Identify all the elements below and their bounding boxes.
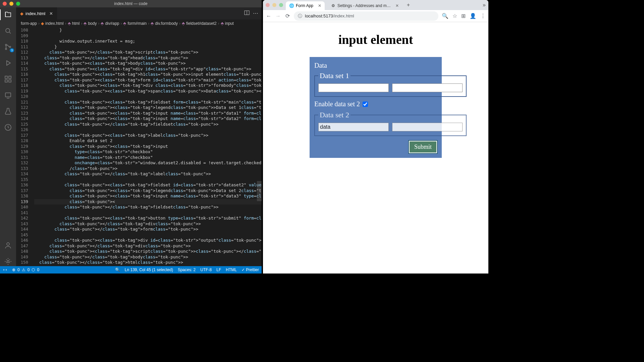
remote-icon[interactable] xyxy=(3,90,13,100)
input-data3[interactable] xyxy=(318,123,389,131)
problems-indicator[interactable]: ⊗0 ⚠0 ⬡0 xyxy=(12,267,39,272)
browser-toolbar: ← → ⟳ ⓘ localhost:5173/index.html 🔍 ☆ ⊞ … xyxy=(263,10,488,22)
html-file-icon: ◆ xyxy=(41,21,44,26)
svg-point-1 xyxy=(5,44,7,46)
site-info-icon[interactable]: ⓘ xyxy=(298,13,302,19)
breadcrumb[interactable]: form-app› ◆index.html› ⬘html› ⬘body› ⬘di… xyxy=(16,19,262,27)
status-language[interactable]: HTML xyxy=(226,267,237,272)
settings-gear-icon[interactable] xyxy=(3,257,13,266)
activity-bar: 3 xyxy=(0,7,16,266)
tab-close-icon[interactable]: ✕ xyxy=(318,3,321,8)
tab-index-html[interactable]: ◆ index.html ✕ xyxy=(16,7,57,19)
input-data1[interactable] xyxy=(318,83,389,92)
line-number-gutter: 1081091101111121131141151161171181191201… xyxy=(16,27,34,266)
status-encoding[interactable]: UTF-8 xyxy=(200,267,212,272)
form-body: Data Data set 1 Enable data set 2 Data s… xyxy=(310,57,442,158)
search-icon[interactable] xyxy=(3,26,13,36)
svg-rect-4 xyxy=(5,76,7,78)
mac-traffic-lights xyxy=(3,2,20,6)
address-bar[interactable]: ⓘ localhost:5173/index.html xyxy=(294,11,438,21)
status-formatter[interactable]: ✓ Prettier xyxy=(241,267,259,272)
more-actions-icon[interactable]: ⋯ xyxy=(253,10,258,17)
editor-area: ◆ index.html ✕ ⋯ form-app› ◆index.html› … xyxy=(16,7,262,266)
minimize-window-icon[interactable] xyxy=(9,2,13,6)
svg-point-0 xyxy=(6,28,10,33)
timeline-icon[interactable] xyxy=(3,123,13,132)
page-content: input element Data Data set 1 Enable dat… xyxy=(263,22,488,274)
svg-rect-5 xyxy=(9,76,11,78)
window-title: index.html — code xyxy=(114,1,147,6)
accounts-icon[interactable] xyxy=(3,241,13,250)
fieldset-dataset1: Data set 1 xyxy=(314,71,467,97)
input-data4[interactable] xyxy=(392,123,463,131)
explorer-icon[interactable] xyxy=(3,10,13,19)
new-tab-button[interactable]: + xyxy=(405,2,412,8)
back-button[interactable]: ← xyxy=(266,13,272,19)
close-window-icon[interactable] xyxy=(266,3,270,7)
status-eol[interactable]: LF xyxy=(216,267,221,272)
extensions-icon[interactable] xyxy=(3,74,13,84)
svg-point-3 xyxy=(9,46,11,48)
mac-traffic-lights xyxy=(266,3,283,7)
maximize-window-icon[interactable] xyxy=(279,3,283,7)
enable-dataset2-label[interactable]: Enable data set 2 xyxy=(314,100,437,108)
browser-tab-settings[interactable]: ⚙ Settings - Addresses and m… ✕ xyxy=(327,1,402,10)
tab-close-icon[interactable]: ✕ xyxy=(49,11,53,16)
browser-window: 🌐 Form App ✕ ⚙ Settings - Addresses and … xyxy=(263,0,488,274)
status-bar: ⊗0 ⚠0 ⬡0 🔍 Ln 139, Col 45 (1 selected) S… xyxy=(0,266,262,274)
close-window-icon[interactable] xyxy=(3,2,7,6)
html-file-icon: ◆ xyxy=(20,11,23,16)
menu-icon[interactable]: ⋮ xyxy=(480,13,486,19)
reload-button[interactable]: ⟳ xyxy=(284,13,290,19)
status-cursor[interactable]: Ln 139, Col 45 (1 selected) xyxy=(125,267,173,272)
data-label: Data xyxy=(314,62,437,69)
editor-tabs: ◆ index.html ✕ ⋯ xyxy=(16,7,262,19)
scm-badge: 3 xyxy=(10,48,14,52)
svg-rect-6 xyxy=(5,80,7,82)
remote-indicator[interactable] xyxy=(3,267,7,272)
profile-avatar-icon[interactable]: 👤 xyxy=(470,13,476,19)
fieldset-legend: Data set 1 xyxy=(318,71,351,80)
vscode-window: index.html — code 3 ◆ index.html ✕ xyxy=(0,0,262,274)
tab-close-icon[interactable]: ✕ xyxy=(395,3,399,8)
split-editor-icon[interactable] xyxy=(244,10,250,17)
chevron-down-icon[interactable]: » xyxy=(483,2,486,8)
input-data2[interactable] xyxy=(392,83,463,92)
gear-icon: ⚙ xyxy=(331,3,335,8)
forward-button[interactable]: → xyxy=(275,13,281,19)
minimize-window-icon[interactable] xyxy=(272,3,276,7)
status-spaces[interactable]: Spaces: 2 xyxy=(178,267,196,272)
fieldset-dataset2: Data set 2 xyxy=(314,111,467,136)
page-heading: input element xyxy=(273,32,478,47)
svg-rect-7 xyxy=(9,80,11,82)
status-zoom-icon[interactable]: 🔍 xyxy=(115,267,120,272)
submit-button[interactable]: Submit xyxy=(409,141,437,153)
code-editor[interactable]: 1081091101111121131141151161171181191201… xyxy=(16,27,262,266)
zoom-icon[interactable]: 🔍 xyxy=(442,13,448,19)
code-content[interactable]: } window.output.innerText = msg; } class… xyxy=(34,27,262,266)
run-debug-icon[interactable] xyxy=(3,58,13,68)
source-control-icon[interactable]: 3 xyxy=(3,42,13,52)
extensions-puzzle-icon[interactable]: ⊞ xyxy=(461,13,466,19)
svg-point-2 xyxy=(5,48,7,50)
testing-icon[interactable] xyxy=(3,107,13,116)
bookmark-star-icon[interactable]: ☆ xyxy=(452,13,457,19)
tab-filename: index.html xyxy=(25,11,45,16)
svg-rect-8 xyxy=(5,93,11,97)
svg-point-10 xyxy=(7,243,9,245)
browser-titlebar: 🌐 Form App ✕ ⚙ Settings - Addresses and … xyxy=(263,0,488,10)
fieldset-legend: Data set 2 xyxy=(318,111,351,119)
minimap-slider[interactable] xyxy=(257,181,262,201)
globe-icon: 🌐 xyxy=(289,3,294,8)
maximize-window-icon[interactable] xyxy=(16,2,20,6)
svg-point-11 xyxy=(7,260,9,262)
url-text: localhost:5173/index.html xyxy=(305,13,354,18)
vscode-titlebar: index.html — code xyxy=(0,0,262,7)
browser-tab-form-app[interactable]: 🌐 Form App ✕ xyxy=(286,1,325,10)
enable-dataset2-checkbox[interactable] xyxy=(363,102,368,107)
